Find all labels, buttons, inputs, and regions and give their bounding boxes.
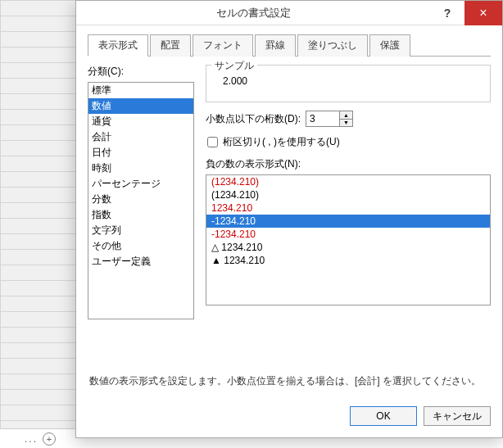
ok-button[interactable]: OK [350,406,417,426]
category-list[interactable]: 標準数値通貨会計日付時刻パーセンテージ分数指数文字列その他ユーザー定義 [88,82,194,319]
tab-3[interactable]: 罫線 [255,34,296,57]
add-sheet-button[interactable]: + [43,432,56,446]
category-item[interactable]: 日付 [88,145,193,161]
dialog-titlebar[interactable]: セルの書式設定 ? × [76,1,502,25]
category-item[interactable]: その他 [88,238,193,254]
category-item[interactable]: 時刻 [88,161,193,176]
negative-format-item[interactable]: -1234.210 [206,215,490,228]
tab-2[interactable]: フォント [193,34,253,57]
negative-format-list[interactable]: (1234.210)(1234.210)1234.210-1234.210-12… [206,174,491,305]
number-format-panel: 分類(C): 標準数値通貨会計日付時刻パーセンテージ分数指数文字列その他ユーザー… [88,57,491,366]
decimals-input[interactable] [306,111,339,126]
decimals-row: 小数点以下の桁数(D): ▲ ▼ [206,111,491,127]
help-button[interactable]: ? [430,1,464,25]
spinner-down-icon[interactable]: ▼ [340,120,352,127]
cancel-button[interactable]: キャンセル [424,406,491,426]
thousands-label: 桁区切り( , )を使用する(U) [223,135,340,149]
thousands-checkbox-row[interactable]: 桁区切り( , )を使用する(U) [206,135,491,149]
negative-format-item[interactable]: -1234.210 [206,228,490,241]
tab-4[interactable]: 塗りつぶし [297,34,368,57]
negative-format-item[interactable]: (1234.210) [206,188,490,201]
sample-box: サンプル 2.000 [206,65,491,102]
sample-label: サンプル [211,59,257,73]
category-item[interactable]: 会計 [88,129,193,145]
dialog-title: セルの書式設定 [76,6,430,20]
dialog-buttons: OK キャンセル [76,398,502,437]
negative-format-item[interactable]: 1234.210 [206,201,490,215]
sheet-tabs-more[interactable]: ... [25,433,38,445]
category-item[interactable]: 数値 [88,98,193,114]
spinner-up-icon[interactable]: ▲ [340,111,352,120]
category-item[interactable]: 指数 [88,207,193,223]
category-item[interactable]: 文字列 [88,223,193,238]
category-item[interactable]: 通貨 [88,114,193,129]
decimals-spinner[interactable]: ▲ ▼ [306,111,353,127]
category-item[interactable]: 分数 [88,192,193,207]
negative-format-item[interactable]: △ 1234.210 [206,241,490,254]
decimals-label: 小数点以下の桁数(D): [206,112,301,126]
format-cells-dialog: セルの書式設定 ? × 表示形式配置フォント罫線塗りつぶし保護 分類(C): 標… [75,0,503,438]
tab-1[interactable]: 配置 [150,34,191,57]
dialog-body: 表示形式配置フォント罫線塗りつぶし保護 分類(C): 標準数値通貨会計日付時刻パ… [76,25,502,398]
format-description: 数値の表示形式を設定します。小数点位置を揃える場合は、[会計] を選択してくださ… [88,366,491,393]
tab-5[interactable]: 保護 [369,34,410,57]
category-item[interactable]: 標準 [88,83,193,98]
negative-format-item[interactable]: ▲ 1234.210 [206,254,490,267]
negative-format-item[interactable]: (1234.210) [206,175,490,188]
category-item[interactable]: パーセンテージ [88,176,193,192]
category-label: 分類(C): [88,65,194,79]
negative-format-label: 負の数の表示形式(N): [206,157,491,171]
close-button[interactable]: × [464,1,502,25]
thousands-checkbox[interactable] [207,137,218,147]
category-item[interactable]: ユーザー定義 [88,254,193,269]
tab-0[interactable]: 表示形式 [88,34,148,57]
sample-value: 2.000 [216,72,480,90]
tabs-row: 表示形式配置フォント罫線塗りつぶし保護 [88,34,491,57]
